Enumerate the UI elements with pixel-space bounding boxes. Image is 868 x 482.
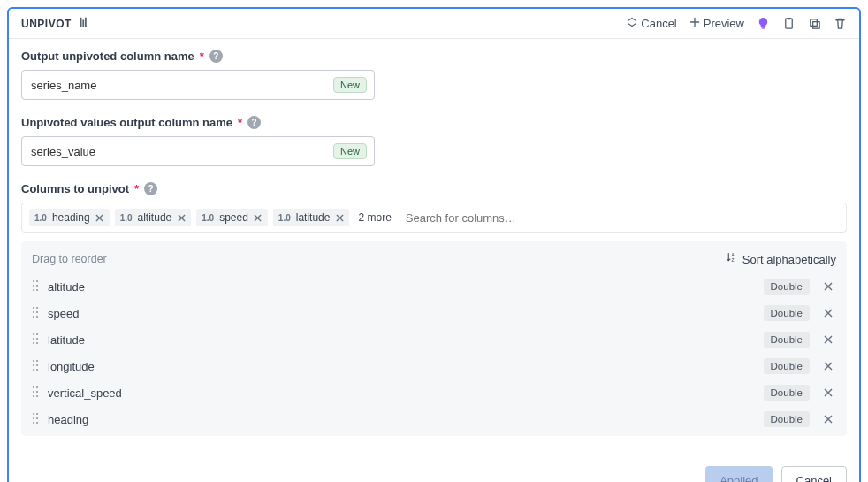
tag-more[interactable]: 2 more <box>354 211 396 224</box>
search-columns-input[interactable] <box>402 210 839 226</box>
trash-icon[interactable] <box>834 17 847 30</box>
svg-point-16 <box>33 307 34 309</box>
collapse-icon <box>627 17 637 30</box>
svg-point-21 <box>36 316 38 318</box>
duplicate-icon[interactable] <box>808 17 821 30</box>
row-name: altitude <box>48 280 764 294</box>
drag-icon[interactable] <box>32 333 41 347</box>
svg-point-41 <box>36 413 38 415</box>
values-name-label: Unpivoted values output column name <box>21 116 232 129</box>
drag-icon[interactable] <box>32 279 41 294</box>
svg-point-24 <box>33 338 34 340</box>
svg-point-26 <box>33 342 34 344</box>
drag-icon[interactable] <box>32 359 41 373</box>
close-icon[interactable] <box>175 211 187 224</box>
sort-alphabetically-button[interactable]: AZ Sort alphabetically <box>726 252 836 266</box>
values-name-block: Unpivoted values output column name * ? … <box>21 116 847 166</box>
output-name-input[interactable] <box>31 79 333 92</box>
tag[interactable]: 1.0 altitude <box>115 209 192 226</box>
svg-point-45 <box>36 422 38 424</box>
output-name-block: Output unpivoted column name * ? New <box>21 50 847 100</box>
svg-point-28 <box>33 360 34 362</box>
preview-button[interactable]: Preview <box>689 17 744 30</box>
close-icon[interactable] <box>820 279 836 295</box>
svg-rect-4 <box>786 19 793 28</box>
close-icon[interactable] <box>820 358 836 374</box>
svg-rect-2 <box>85 18 87 27</box>
svg-point-12 <box>33 285 34 287</box>
reorder-hint: Drag to reorder <box>32 253 107 265</box>
close-icon[interactable] <box>252 211 264 224</box>
svg-point-33 <box>36 369 38 371</box>
help-icon[interactable]: ? <box>209 50 223 63</box>
svg-point-27 <box>36 342 38 344</box>
svg-point-30 <box>33 364 34 366</box>
svg-rect-7 <box>813 22 820 29</box>
close-icon[interactable] <box>94 211 106 224</box>
svg-point-14 <box>33 289 34 291</box>
svg-point-15 <box>36 289 38 291</box>
reorder-row[interactable]: heading Double <box>30 406 838 432</box>
svg-point-43 <box>36 417 38 419</box>
tag-type: 1.0 <box>278 213 291 223</box>
close-icon[interactable] <box>820 411 836 427</box>
output-name-label-row: Output unpivoted column name * ? <box>21 50 847 63</box>
values-name-input[interactable] <box>31 145 333 158</box>
unpivot-panel: UNPIVOT Cancel Preview <box>7 7 861 482</box>
reorder-row[interactable]: altitude Double <box>30 273 838 300</box>
drag-icon[interactable] <box>32 386 41 400</box>
panel-title: UNPIVOT <box>21 18 72 30</box>
svg-rect-6 <box>811 19 818 27</box>
svg-text:Z: Z <box>731 258 734 263</box>
sort-az-icon: AZ <box>726 252 737 266</box>
cancel-button[interactable]: Cancel <box>781 466 847 482</box>
cancel-header-label: Cancel <box>641 17 676 30</box>
drag-icon[interactable] <box>32 412 41 426</box>
row-name: heading <box>48 413 764 426</box>
tag[interactable]: 1.0 latitude <box>273 209 350 226</box>
reorder-row[interactable]: vertical_speed Double <box>30 379 838 406</box>
svg-point-42 <box>33 417 34 419</box>
svg-point-22 <box>33 333 34 335</box>
close-icon[interactable] <box>820 332 836 348</box>
help-icon[interactable]: ? <box>144 182 157 195</box>
reorder-row[interactable]: latitude Double <box>30 326 838 353</box>
svg-point-13 <box>36 285 38 287</box>
tags-area[interactable]: 1.0 heading 1.0 altitude 1.0 speed 1.0 l… <box>21 203 847 233</box>
type-badge: Double <box>764 332 810 348</box>
reorder-row[interactable]: longitude Double <box>30 353 838 379</box>
close-icon[interactable] <box>820 305 836 321</box>
tag[interactable]: 1.0 speed <box>196 209 268 226</box>
tag-label: altitude <box>138 211 172 224</box>
type-badge: Double <box>764 358 810 374</box>
required-mark: * <box>238 116 242 129</box>
lightbulb-icon[interactable] <box>757 17 770 30</box>
output-name-label: Output unpivoted column name <box>21 50 194 63</box>
tag[interactable]: 1.0 heading <box>29 209 110 226</box>
row-name: speed <box>48 307 764 320</box>
collapse-button[interactable]: Cancel <box>627 17 676 30</box>
clipboard-icon[interactable] <box>782 17 796 30</box>
svg-rect-0 <box>80 18 82 27</box>
svg-point-23 <box>36 333 38 335</box>
tag-type: 1.0 <box>34 213 47 223</box>
reorder-row[interactable]: speed Double <box>30 300 838 326</box>
reorder-panel: Drag to reorder AZ Sort alphabetically a… <box>21 241 847 436</box>
svg-point-20 <box>33 316 34 318</box>
close-icon[interactable] <box>333 211 346 224</box>
tag-label: heading <box>52 211 90 224</box>
tag-label: latitude <box>296 211 331 224</box>
help-icon[interactable]: ? <box>247 116 261 129</box>
unpivot-icon <box>79 16 91 31</box>
reorder-header: Drag to reorder AZ Sort alphabetically <box>30 249 838 273</box>
panel-body: Output unpivoted column name * ? New Unp… <box>9 39 859 436</box>
required-mark: * <box>134 182 139 195</box>
drag-icon[interactable] <box>32 306 41 320</box>
sort-label: Sort alphabetically <box>742 253 836 266</box>
svg-point-36 <box>33 391 34 393</box>
panel-header: UNPIVOT Cancel Preview <box>9 9 859 39</box>
close-icon[interactable] <box>820 385 836 401</box>
svg-point-32 <box>33 369 34 371</box>
columns-label: Columns to unpivot <box>21 182 129 195</box>
svg-point-25 <box>36 338 38 340</box>
